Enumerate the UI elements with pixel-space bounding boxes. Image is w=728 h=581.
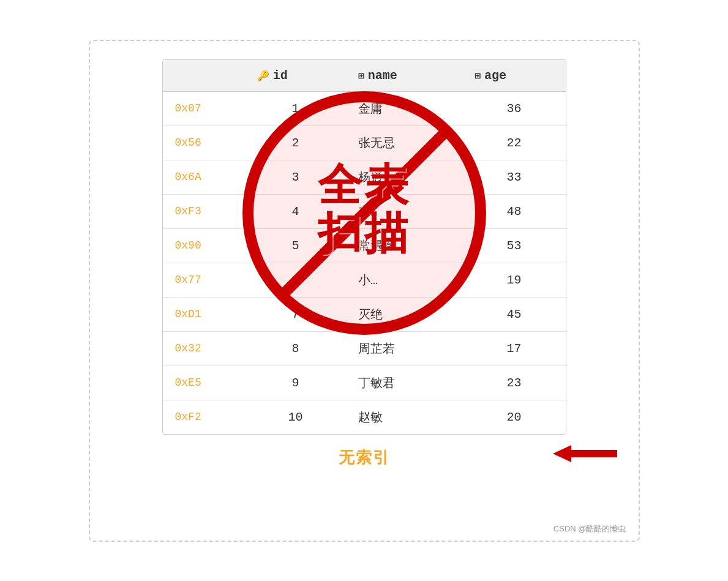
table-row: 0xF2 10 赵敏 20 — [163, 400, 566, 434]
table-row: 0x90 5 常遇春 53 — [163, 228, 566, 263]
cell-hex-6: 0xD1 — [163, 297, 245, 331]
cell-id-2: 3 — [245, 160, 346, 194]
cell-age-6: 45 — [462, 297, 565, 331]
cell-name-8: 丁敏君 — [346, 365, 462, 400]
watermark: CSDN @酷酷的懒虫 — [554, 523, 626, 534]
cell-id-7: 8 — [245, 331, 346, 365]
cell-age-7: 17 — [462, 331, 565, 365]
cell-name-4: 常遇春 — [346, 228, 462, 263]
col-age-header: ⊞age — [462, 60, 565, 92]
cell-id-4: 5 — [245, 228, 346, 263]
cell-name-1: 张无忌 — [346, 126, 462, 160]
col-name-header: ⊞name — [346, 60, 462, 92]
cell-age-3: 48 — [462, 194, 565, 228]
table-row: 0x77 6 小… 19 — [163, 263, 566, 297]
cell-name-7: 周芷若 — [346, 331, 462, 365]
cell-age-5: 19 — [462, 263, 565, 297]
arrow-container — [553, 441, 626, 466]
svg-marker-3 — [553, 445, 571, 462]
cell-age-9: 20 — [462, 400, 565, 434]
cell-hex-4: 0x90 — [163, 228, 245, 263]
key-icon: 🔑 — [257, 70, 269, 82]
red-arrow-icon — [553, 441, 626, 466]
table-row: 0xF3 4 丰… 48 — [163, 194, 566, 228]
cell-hex-7: 0x32 — [163, 331, 245, 365]
footer-label: 无索引 — [339, 447, 390, 468]
data-table-wrapper: 🔑id ⊞name ⊞age 0x07 1 金庸 36 0x56 2 张无忌 — [162, 59, 566, 435]
cell-hex-0: 0x07 — [163, 91, 245, 126]
cell-hex-8: 0xE5 — [163, 365, 245, 400]
cell-id-5: 6 — [245, 263, 346, 297]
col-hex-header — [163, 60, 245, 92]
cell-id-1: 2 — [245, 126, 346, 160]
cell-id-3: 4 — [245, 194, 346, 228]
cell-hex-9: 0xF2 — [163, 400, 245, 434]
col-id-header: 🔑id — [245, 60, 346, 92]
cell-id-8: 9 — [245, 365, 346, 400]
cell-name-5: 小… — [346, 263, 462, 297]
cell-hex-5: 0x77 — [163, 263, 245, 297]
cell-name-6: 灭绝 — [346, 297, 462, 331]
cell-hex-2: 0x6A — [163, 160, 245, 194]
grid-icon-name: ⊞ — [358, 70, 364, 82]
cell-age-4: 53 — [462, 228, 565, 263]
cell-age-8: 23 — [462, 365, 565, 400]
svg-rect-2 — [571, 450, 617, 457]
table-row: 0xE5 9 丁敏君 23 — [163, 365, 566, 400]
table-row: 0xD1 7 灭绝 45 — [163, 297, 566, 331]
cell-name-9: 赵敏 — [346, 400, 462, 434]
cell-age-1: 22 — [462, 126, 565, 160]
table-row: 0x32 8 周芷若 17 — [163, 331, 566, 365]
cell-hex-3: 0xF3 — [163, 194, 245, 228]
cell-id-0: 1 — [245, 91, 346, 126]
table-header-row: 🔑id ⊞name ⊞age — [163, 60, 566, 92]
cell-age-2: 33 — [462, 160, 565, 194]
table-row: 0x6A 3 杨逍 33 — [163, 160, 566, 194]
cell-id-9: 10 — [245, 400, 346, 434]
cell-hex-1: 0x56 — [163, 126, 245, 160]
main-panel: 🔑id ⊞name ⊞age 0x07 1 金庸 36 0x56 2 张无忌 — [89, 40, 640, 542]
cell-id-6: 7 — [245, 297, 346, 331]
cell-name-2: 杨逍 — [346, 160, 462, 194]
grid-icon-age: ⊞ — [475, 70, 481, 82]
cell-age-0: 36 — [462, 91, 565, 126]
table-row: 0x07 1 金庸 36 — [163, 91, 566, 126]
cell-name-0: 金庸 — [346, 91, 462, 126]
data-table: 🔑id ⊞name ⊞age 0x07 1 金庸 36 0x56 2 张无忌 — [163, 60, 566, 434]
table-row: 0x56 2 张无忌 22 — [163, 126, 566, 160]
cell-name-3: 丰… — [346, 194, 462, 228]
